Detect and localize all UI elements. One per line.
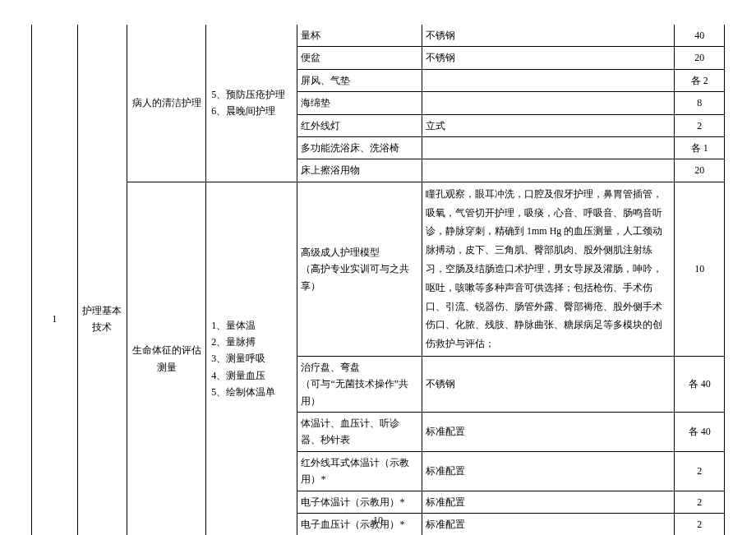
item-qty: 40 (675, 25, 725, 47)
item-qty: 20 (675, 159, 725, 182)
item-desc (422, 136, 675, 159)
item-desc: 不锈钢 (422, 47, 675, 69)
item-desc: 标准配置 (422, 451, 675, 491)
col-index: 1 (32, 25, 78, 535)
item-qty: 各 2 (675, 69, 725, 91)
page-number: 10 (0, 514, 756, 527)
item-desc (422, 159, 675, 182)
section2-methods: 1、量体温 2、量脉搏 3、测量呼吸 4、测量血压 5、绘制体温单 (206, 182, 297, 535)
item-desc (422, 92, 675, 114)
item-name: 体温计、血压计、听诊器、秒针表 (297, 413, 422, 452)
item-name: 海绵垫 (297, 92, 422, 114)
item-name: 红外线耳式体温计（示教用）* (297, 451, 422, 491)
item-name: 量杯 (297, 25, 422, 47)
item-qty: 2 (675, 491, 725, 513)
item-qty: 2 (675, 451, 725, 491)
item-name: 多功能洗浴床、洗浴椅 (297, 136, 422, 159)
item-name: 便盆 (297, 47, 422, 69)
table-row: 生命体征的评估测量 1、量体温 2、量脉搏 3、测量呼吸 4、测量血压 5、绘制… (32, 182, 725, 356)
item-name: 床上擦浴用物 (297, 159, 422, 182)
item-desc: 不锈钢 (422, 356, 675, 412)
item-name: 屏风、气垫 (297, 69, 422, 91)
item-qty: 2 (675, 114, 725, 136)
item-qty: 10 (675, 182, 725, 356)
item-desc: 标准配置 (422, 413, 675, 452)
col-category: 护理基本技术 (77, 25, 127, 535)
item-qty: 20 (675, 47, 725, 69)
item-desc: 标准配置 (422, 491, 675, 513)
item-qty: 各 40 (675, 356, 725, 412)
item-qty: 各 40 (675, 413, 725, 452)
item-name: 红外线灯 (297, 114, 422, 136)
item-name: 高级成人护理模型 （高护专业实训可与之共享） (297, 182, 422, 356)
item-qty: 8 (675, 92, 725, 114)
item-qty: 各 1 (675, 136, 725, 159)
item-desc: 立式 (422, 114, 675, 136)
section1-title: 病人的清洁护理 (127, 25, 206, 182)
section2-title: 生命体征的评估测量 (127, 182, 206, 535)
item-desc (422, 69, 675, 91)
equipment-table: 1 护理基本技术 病人的清洁护理 5、预防压疮护理 6、晨晚间护理 量杯 不锈钢… (31, 25, 725, 535)
section1-methods: 5、预防压疮护理 6、晨晚间护理 (206, 25, 297, 182)
table-row: 1 护理基本技术 病人的清洁护理 5、预防压疮护理 6、晨晚间护理 量杯 不锈钢… (32, 25, 725, 47)
item-desc: 不锈钢 (422, 25, 675, 47)
item-name: 治疗盘、弯盘 （可与“无菌技术操作”共用） (297, 356, 422, 412)
item-name: 电子体温计（示教用）* (297, 491, 422, 513)
item-desc: 瞳孔观察，眼耳冲洗，口腔及假牙护理，鼻胃管插管，吸氧，气管切开护理，吸痰，心音、… (422, 182, 675, 356)
